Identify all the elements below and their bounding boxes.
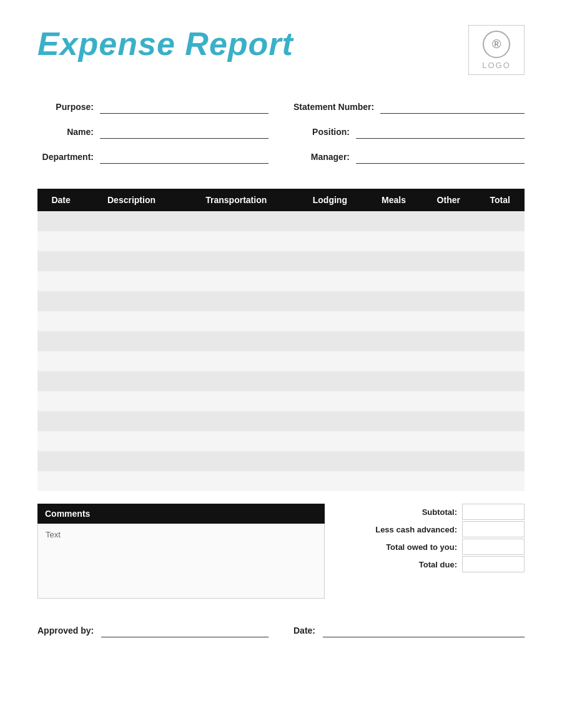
table-cell[interactable] [476, 291, 525, 311]
name-input[interactable] [100, 125, 269, 139]
table-cell[interactable] [294, 451, 366, 471]
table-cell[interactable] [422, 251, 475, 271]
table-cell[interactable] [366, 291, 422, 311]
table-cell[interactable] [179, 471, 294, 491]
table-cell[interactable] [476, 271, 525, 291]
table-cell[interactable] [37, 351, 84, 371]
department-input[interactable] [100, 150, 269, 164]
table-cell[interactable] [179, 271, 294, 291]
table-cell[interactable] [37, 251, 84, 271]
table-cell[interactable] [422, 331, 475, 351]
table-cell[interactable] [422, 271, 475, 291]
table-cell[interactable] [366, 431, 422, 451]
table-cell[interactable] [476, 311, 525, 331]
table-cell[interactable] [294, 291, 366, 311]
table-cell[interactable] [294, 331, 366, 351]
table-row[interactable] [37, 371, 525, 391]
table-cell[interactable] [294, 391, 366, 411]
less-cash-value[interactable] [462, 521, 525, 537]
total-owed-value[interactable] [462, 539, 525, 555]
position-input[interactable] [356, 125, 525, 139]
table-cell[interactable] [294, 351, 366, 371]
table-cell[interactable] [84, 291, 179, 311]
manager-input[interactable] [356, 150, 525, 164]
table-row[interactable] [37, 311, 525, 331]
table-cell[interactable] [179, 391, 294, 411]
table-cell[interactable] [366, 311, 422, 331]
table-cell[interactable] [84, 451, 179, 471]
table-row[interactable] [37, 291, 525, 311]
table-cell[interactable] [179, 231, 294, 251]
table-row[interactable] [37, 391, 525, 411]
table-cell[interactable] [476, 471, 525, 491]
table-cell[interactable] [179, 291, 294, 311]
table-row[interactable] [37, 471, 525, 491]
table-cell[interactable] [84, 251, 179, 271]
table-cell[interactable] [179, 211, 294, 231]
table-cell[interactable] [422, 471, 475, 491]
table-cell[interactable] [37, 391, 84, 411]
table-cell[interactable] [422, 371, 475, 391]
table-cell[interactable] [37, 471, 84, 491]
table-cell[interactable] [366, 451, 422, 471]
table-cell[interactable] [84, 311, 179, 331]
table-cell[interactable] [476, 371, 525, 391]
table-cell[interactable] [476, 451, 525, 471]
table-cell[interactable] [37, 431, 84, 451]
table-row[interactable] [37, 211, 525, 231]
table-cell[interactable] [422, 451, 475, 471]
table-cell[interactable] [179, 431, 294, 451]
table-cell[interactable] [366, 251, 422, 271]
table-cell[interactable] [422, 411, 475, 431]
table-cell[interactable] [422, 351, 475, 371]
comments-body[interactable]: Text [37, 524, 325, 599]
table-cell[interactable] [37, 331, 84, 351]
table-cell[interactable] [366, 351, 422, 371]
table-cell[interactable] [179, 311, 294, 331]
table-cell[interactable] [294, 311, 366, 331]
table-cell[interactable] [476, 211, 525, 231]
approved-by-input[interactable] [101, 624, 269, 637]
table-cell[interactable] [422, 291, 475, 311]
table-cell[interactable] [422, 431, 475, 451]
table-cell[interactable] [84, 271, 179, 291]
table-cell[interactable] [84, 371, 179, 391]
table-cell[interactable] [84, 471, 179, 491]
table-cell[interactable] [294, 371, 366, 391]
table-cell[interactable] [476, 431, 525, 451]
table-cell[interactable] [37, 411, 84, 431]
table-cell[interactable] [179, 251, 294, 271]
table-row[interactable] [37, 271, 525, 291]
table-row[interactable] [37, 351, 525, 371]
table-cell[interactable] [476, 351, 525, 371]
subtotal-value[interactable] [462, 504, 525, 520]
table-cell[interactable] [294, 231, 366, 251]
table-cell[interactable] [84, 351, 179, 371]
purpose-input[interactable] [100, 100, 269, 114]
date-input[interactable] [323, 624, 525, 637]
table-cell[interactable] [366, 391, 422, 411]
table-cell[interactable] [294, 431, 366, 451]
table-cell[interactable] [366, 371, 422, 391]
table-row[interactable] [37, 431, 525, 451]
table-cell[interactable] [476, 391, 525, 411]
table-cell[interactable] [179, 451, 294, 471]
table-cell[interactable] [294, 211, 366, 231]
table-cell[interactable] [37, 371, 84, 391]
table-cell[interactable] [84, 331, 179, 351]
table-cell[interactable] [294, 251, 366, 271]
table-cell[interactable] [476, 411, 525, 431]
table-cell[interactable] [366, 231, 422, 251]
table-cell[interactable] [294, 271, 366, 291]
table-cell[interactable] [422, 391, 475, 411]
total-due-value[interactable] [462, 556, 525, 572]
table-cell[interactable] [366, 471, 422, 491]
table-cell[interactable] [422, 211, 475, 231]
table-cell[interactable] [84, 211, 179, 231]
table-cell[interactable] [37, 211, 84, 231]
table-cell[interactable] [476, 331, 525, 351]
table-cell[interactable] [84, 231, 179, 251]
table-cell[interactable] [476, 231, 525, 251]
table-cell[interactable] [366, 331, 422, 351]
table-cell[interactable] [179, 371, 294, 391]
